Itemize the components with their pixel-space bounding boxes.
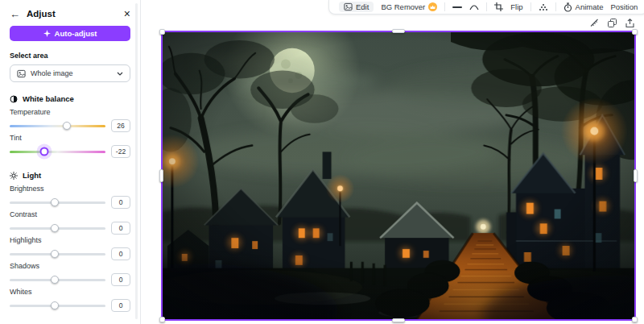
edit-button[interactable]: Edit <box>339 2 374 12</box>
shadows-value[interactable]: 0 <box>111 273 130 286</box>
tint-slider-thumb[interactable] <box>39 147 48 156</box>
selection-handle-bottom-right[interactable] <box>632 317 638 322</box>
whites-label: Whites <box>10 288 130 296</box>
slider-row-temperature: Temperature 26 <box>10 108 130 134</box>
highlights-slider[interactable] <box>10 253 105 255</box>
contrast-label: Contrast <box>10 210 130 218</box>
panel-header: ← Adjust × <box>10 5 130 23</box>
image-icon <box>17 69 26 78</box>
line-weight-button[interactable] <box>452 6 462 9</box>
select-area-dropdown[interactable]: Whole image <box>10 64 130 82</box>
toolbar-separator <box>555 2 556 11</box>
stopwatch-icon <box>564 2 572 12</box>
selection-handle-bottom[interactable] <box>392 318 405 322</box>
whites-value[interactable]: 0 <box>111 299 130 312</box>
selection-handle-bottom-left[interactable] <box>159 317 165 322</box>
temperature-slider[interactable] <box>10 125 105 127</box>
white-balance-icon <box>10 95 18 103</box>
spooky-street-image[interactable] <box>163 32 634 319</box>
panel-scrollbar[interactable] <box>135 3 138 319</box>
crop-icon <box>494 2 503 11</box>
close-icon[interactable]: × <box>124 7 130 20</box>
highlights-label: Highlights <box>10 236 130 244</box>
chevron-down-icon <box>117 72 123 76</box>
line-icon <box>452 6 462 9</box>
temperature-label: Temperature <box>10 108 130 116</box>
dots-icon <box>539 3 548 11</box>
curve-icon <box>469 4 479 10</box>
edit-image-icon <box>344 2 353 11</box>
pro-crown-icon <box>428 2 437 11</box>
slider-row-whites: Whites 0 <box>10 288 130 314</box>
selection-handle-top-right[interactable] <box>632 29 638 35</box>
auto-adjust-button[interactable]: Auto-adjust <box>10 26 130 41</box>
duplicate-icon[interactable] <box>608 19 617 28</box>
contrast-value[interactable]: 0 <box>111 222 130 235</box>
bg-remover-button[interactable]: BG Remover <box>381 2 437 11</box>
share-icon[interactable] <box>625 19 634 28</box>
edit-toolbar: Edit BG Remover Flip <box>328 0 644 15</box>
crop-button[interactable] <box>494 2 503 11</box>
contrast-slider[interactable] <box>10 227 105 230</box>
toolbar-separator <box>530 2 531 11</box>
contrast-slider-thumb[interactable] <box>51 224 59 232</box>
select-area-value: Whole image <box>31 69 73 77</box>
slider-row-shadows: Shadows 0 <box>10 262 130 288</box>
canvas-actions <box>590 19 634 28</box>
tint-value[interactable]: -22 <box>111 145 130 158</box>
position-button[interactable]: Position <box>610 2 638 11</box>
sparkle-icon <box>43 30 51 37</box>
auto-adjust-label: Auto-adjust <box>55 29 97 38</box>
slider-row-highlights: Highlights 0 <box>10 236 130 262</box>
animate-button[interactable]: Animate <box>564 2 604 12</box>
slider-row-contrast: Contrast 0 <box>10 210 130 236</box>
toolbar-separator <box>486 2 487 11</box>
toolbar-separator <box>444 2 445 11</box>
selected-image-frame[interactable] <box>161 31 636 321</box>
whites-slider-thumb[interactable] <box>51 301 59 309</box>
curve-button[interactable] <box>469 4 479 10</box>
panel-title: Adjust <box>27 9 124 19</box>
temperature-value[interactable]: 26 <box>111 119 130 132</box>
dots-pattern-button[interactable] <box>539 3 548 11</box>
select-area-label: Select area <box>10 52 130 60</box>
temperature-slider-thumb[interactable] <box>63 122 71 130</box>
shadows-slider[interactable] <box>10 279 105 281</box>
sun-icon <box>10 172 18 180</box>
brightness-value[interactable]: 0 <box>111 196 130 209</box>
tint-label: Tint <box>10 134 130 142</box>
straighten-icon[interactable] <box>590 19 599 28</box>
back-icon[interactable]: ← <box>10 8 20 20</box>
brightness-slider-thumb[interactable] <box>51 198 59 206</box>
selection-handle-right[interactable] <box>634 169 638 182</box>
brightness-label: Brightness <box>10 185 130 193</box>
light-header: Light <box>10 171 130 180</box>
photo-editor: ← Adjust × Auto-adjust Select area Whole… <box>0 0 644 324</box>
adjust-panel: ← Adjust × Auto-adjust Select area Whole… <box>0 0 141 324</box>
selection-handle-top[interactable] <box>392 29 405 33</box>
slider-row-brightness: Brightness 0 <box>10 185 130 210</box>
flip-button[interactable]: Flip <box>510 2 522 11</box>
selection-handle-left[interactable] <box>159 169 163 182</box>
shadows-slider-thumb[interactable] <box>51 276 59 284</box>
selection-handle-top-left[interactable] <box>159 29 165 35</box>
slider-row-tint: Tint -22 <box>10 134 130 160</box>
highlights-slider-thumb[interactable] <box>51 250 59 258</box>
tint-slider[interactable] <box>10 151 105 153</box>
whites-slider[interactable] <box>10 305 105 307</box>
shadows-label: Shadows <box>10 262 130 270</box>
brightness-slider[interactable] <box>10 201 105 204</box>
highlights-value[interactable]: 0 <box>111 247 130 260</box>
white-balance-header: White balance <box>10 94 130 103</box>
